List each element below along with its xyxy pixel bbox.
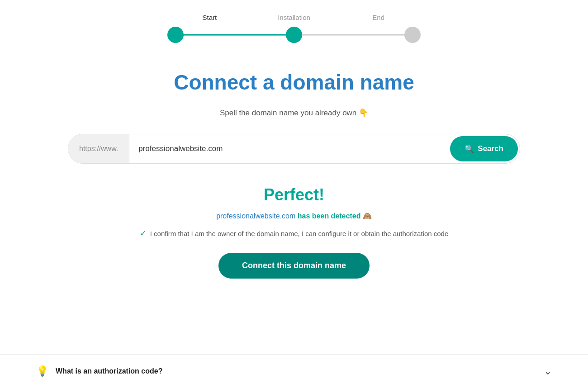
detected-emoji: 🙈 bbox=[363, 212, 372, 220]
url-prefix: https://www. bbox=[68, 134, 129, 163]
domain-input[interactable] bbox=[129, 134, 448, 163]
step-dot-start bbox=[167, 27, 184, 43]
search-button[interactable]: 🔍 Search bbox=[450, 136, 518, 161]
progress-steps: Start Installation End bbox=[36, 14, 552, 43]
confirm-line: ✓ I confirm that I am the owner of the d… bbox=[45, 228, 543, 238]
result-section: Perfect! professionalwebsite.com has bee… bbox=[45, 185, 543, 279]
search-icon: 🔍 bbox=[465, 144, 474, 154]
search-bar: https://www. 🔍 Search bbox=[68, 134, 520, 164]
detected-line: professionalwebsite.com has been detecte… bbox=[45, 212, 543, 220]
confirm-text: I confirm that I am the owner of the dom… bbox=[150, 230, 449, 237]
pointing-emoji: 👇 bbox=[359, 108, 368, 118]
faq-section[interactable]: 💡 What is an authorization code? ⌄ bbox=[0, 354, 588, 388]
detected-status: has been detected bbox=[298, 212, 361, 220]
perfect-title: Perfect! bbox=[45, 185, 543, 204]
step-label-end: End bbox=[336, 14, 421, 21]
connect-button[interactable]: Connect this domain name bbox=[218, 253, 370, 279]
subtitle: Spell the domain name you already own 👇 bbox=[45, 108, 543, 118]
bulb-icon: 💡 bbox=[36, 365, 48, 377]
step-label-start: Start bbox=[167, 14, 252, 21]
detected-domain: professionalwebsite.com bbox=[216, 212, 295, 220]
chevron-down-icon[interactable]: ⌄ bbox=[544, 365, 552, 377]
step-dot-installation bbox=[286, 27, 302, 43]
step-dot-end bbox=[404, 27, 421, 43]
main-content: Connect a domain name Spell the domain n… bbox=[36, 70, 552, 279]
faq-question: What is an authorization code? bbox=[56, 367, 162, 375]
faq-left: 💡 What is an authorization code? bbox=[36, 365, 162, 377]
checkmark-icon: ✓ bbox=[140, 228, 147, 238]
step-label-installation: Installation bbox=[252, 14, 337, 21]
page-title: Connect a domain name bbox=[45, 70, 543, 95]
